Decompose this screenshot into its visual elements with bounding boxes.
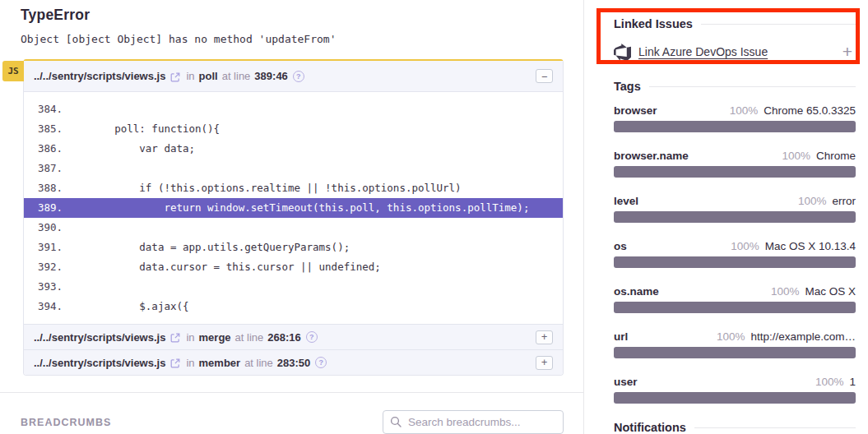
code-line: 386. var data; — [24, 139, 563, 159]
frame-location: 268:16 — [267, 331, 300, 344]
stack-frame-header-member[interactable]: ../../sentry/scripts/views.js in member … — [24, 349, 563, 375]
linked-issues-header: Linked Issues — [614, 17, 856, 30]
code-text: return window.setTimeout(this.poll, this… — [65, 198, 529, 218]
tag-value[interactable]: Chrome 65.0.3325 — [764, 104, 856, 117]
code-line: 384. — [24, 99, 563, 119]
tags-header: Tags — [614, 80, 856, 93]
code-line: 385. poll: function(){ — [24, 119, 563, 139]
source-code-context: 384.385. poll: function(){386. var data;… — [24, 92, 563, 324]
line-number: 390. — [38, 218, 65, 238]
tag-value[interactable]: 1 — [849, 376, 856, 388]
tag-distribution-bar[interactable] — [614, 166, 856, 178]
tag-key[interactable]: url — [614, 330, 628, 343]
tag-key[interactable]: browser.name — [614, 150, 689, 162]
code-text: poll: function(){ — [65, 119, 220, 139]
tag-percent: 100% — [771, 285, 800, 298]
code-line-highlighted: 389. return window.setTimeout(this.poll,… — [24, 198, 563, 218]
tag-item-level: level100%error — [614, 195, 856, 223]
line-number: 392. — [38, 257, 65, 277]
tags-list: browser100%Chrome 65.0.3325browser.name1… — [614, 104, 856, 404]
tag-value[interactable]: http://example.com… — [750, 330, 856, 343]
line-number: 391. — [38, 238, 65, 257]
code-line: 392. data.cursor = this.cursor || undefi… — [24, 257, 563, 277]
tag-distribution-bar[interactable] — [614, 392, 856, 404]
code-line: 390. — [24, 218, 563, 238]
link-azure-devops-issue-link[interactable]: Link Azure DevOps Issue — [638, 45, 768, 58]
search-icon — [390, 416, 402, 431]
tag-key[interactable]: browser — [614, 104, 657, 117]
frame-filename[interactable]: ../../sentry/scripts/views.js — [34, 70, 165, 82]
tag-item-url: url100%http://example.com… — [614, 330, 856, 358]
tag-key[interactable]: level — [614, 195, 638, 207]
code-line: 394. $.ajax({ — [24, 297, 563, 316]
breadcrumbs-header: BREADCRUMBS — [21, 410, 564, 434]
frame-function-name: poll — [199, 70, 218, 82]
code-line: 387. — [24, 159, 563, 178]
code-text: if (!this.options.realtime || !this.opti… — [65, 178, 462, 198]
external-link-icon[interactable] — [170, 333, 180, 343]
at-line-label: at line — [235, 331, 264, 344]
code-line: 391. data = app.utils.getQueryParams(); — [24, 238, 563, 257]
breadcrumbs-search — [383, 410, 564, 434]
expand-frame-button[interactable]: + — [536, 330, 553, 344]
tag-item-browser.name: browser.name100%Chrome — [614, 150, 856, 178]
stack-frame-header-poll[interactable]: ../../sentry/scripts/views.js in poll at… — [24, 61, 563, 92]
tag-value[interactable]: Mac OS X 10.13.4 — [765, 240, 856, 252]
tags-title: Tags — [614, 80, 641, 93]
in-label: in — [186, 70, 194, 82]
tag-value[interactable]: Mac OS X — [805, 285, 856, 298]
frame-location: 283:50 — [277, 357, 310, 369]
help-icon[interactable]: ? — [306, 331, 318, 343]
notifications-header: Notifications — [614, 421, 856, 434]
tag-key[interactable]: os — [614, 240, 627, 252]
frame-filename[interactable]: ../../sentry/scripts/views.js — [34, 357, 165, 369]
tag-item-os: os100%Mac OS X 10.13.4 — [614, 240, 856, 268]
linked-issues-title: Linked Issues — [614, 17, 693, 30]
tag-percent: 100% — [815, 376, 844, 388]
section-rule — [694, 427, 856, 428]
code-text: var data; — [65, 139, 195, 159]
code-text: data.cursor = this.cursor || undefined; — [65, 257, 381, 277]
code-line: 393. — [24, 277, 563, 297]
breadcrumbs-search-input[interactable] — [383, 410, 564, 434]
tag-value[interactable]: error — [832, 195, 856, 207]
stack-frame-header-merge[interactable]: ../../sentry/scripts/views.js in merge a… — [24, 324, 563, 349]
error-type-title: TypeError — [21, 7, 564, 24]
external-link-icon[interactable] — [170, 358, 180, 368]
tag-item-os.name: os.name100%Mac OS X — [614, 285, 856, 313]
frame-function-name: merge — [199, 331, 231, 344]
tag-percent: 100% — [717, 330, 745, 343]
line-number: 384. — [38, 99, 65, 119]
code-text: data = app.utils.getQueryParams(); — [65, 238, 350, 257]
tag-key[interactable]: os.name — [614, 285, 659, 298]
external-link-icon[interactable] — [170, 72, 180, 82]
line-number: 386. — [38, 139, 65, 159]
stacktrace-container: JS ../../sentry/scripts/views.js in poll… — [23, 59, 564, 376]
section-rule — [649, 86, 856, 87]
tag-distribution-bar[interactable] — [614, 211, 856, 223]
issue-detail-page: TypeError Object [object Object] has no … — [0, 0, 868, 434]
at-line-label: at line — [244, 357, 273, 369]
help-icon[interactable]: ? — [315, 357, 327, 368]
tag-key[interactable]: user — [614, 376, 638, 388]
line-number: 387. — [38, 159, 65, 178]
in-label: in — [186, 331, 194, 344]
tag-distribution-bar[interactable] — [614, 121, 856, 132]
tag-percent: 100% — [731, 240, 759, 252]
tag-percent: 100% — [730, 104, 759, 117]
tags-section: Tags browser100%Chrome 65.0.3325browser.… — [614, 80, 856, 404]
tag-distribution-bar[interactable] — [614, 347, 856, 358]
line-number: 393. — [38, 277, 65, 297]
collapse-frame-button[interactable]: − — [536, 69, 553, 83]
expand-frame-button[interactable]: + — [536, 356, 553, 370]
add-linked-issue-button[interactable]: + — [842, 44, 856, 59]
code-line: 388. if (!this.options.realtime || !this… — [24, 178, 563, 198]
error-message: Object [object Object] has no method 'up… — [21, 33, 564, 45]
tag-distribution-bar[interactable] — [614, 302, 856, 313]
tag-item-browser: browser100%Chrome 65.0.3325 — [614, 104, 856, 132]
tag-distribution-bar[interactable] — [614, 256, 856, 268]
line-number: 389. — [38, 198, 65, 218]
tag-value[interactable]: Chrome — [816, 150, 856, 162]
frame-filename[interactable]: ../../sentry/scripts/views.js — [34, 331, 165, 344]
help-icon[interactable]: ? — [293, 71, 304, 82]
